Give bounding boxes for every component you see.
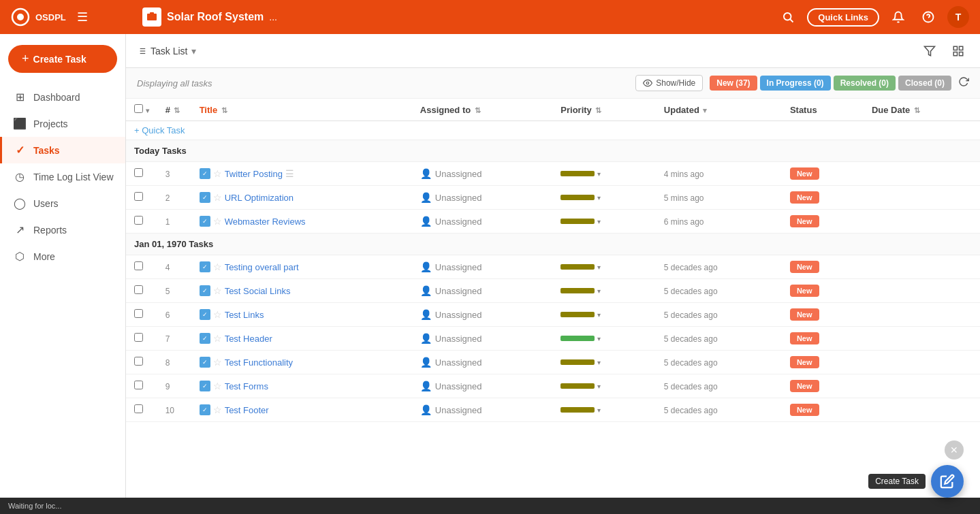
task-checkbox[interactable] <box>134 168 143 177</box>
help-icon[interactable] <box>917 6 939 28</box>
sidebar-item-timelog[interactable]: ◷ Time Log List View <box>0 163 125 190</box>
task-type-icon: ✓ <box>200 309 210 320</box>
status-bar: Waiting for loc... <box>0 498 980 514</box>
assigned-cell: 👤Unassigned <box>420 357 545 368</box>
num-sort-icon: ⇅ <box>174 106 180 114</box>
sidebar-item-dashboard[interactable]: ⊞ Dashboard <box>0 84 125 110</box>
star-icon[interactable]: ☆ <box>213 216 222 227</box>
updated-text: 5 decades ago <box>664 406 718 415</box>
task-title-link[interactable]: Test Footer <box>225 405 269 415</box>
task-title-link[interactable]: Test Forms <box>225 381 268 391</box>
star-icon[interactable]: ☆ <box>213 357 222 368</box>
task-title-link[interactable]: Test Social Links <box>225 286 291 296</box>
notification-icon[interactable] <box>887 6 909 28</box>
svg-rect-18 <box>960 52 963 55</box>
quick-task-link[interactable]: + Quick Task <box>134 125 972 135</box>
sidebar-item-projects[interactable]: ⬛ Projects <box>0 110 125 137</box>
task-title-link[interactable]: URL Optimization <box>225 193 294 203</box>
task-type-icon: ✓ <box>200 381 210 391</box>
task-checkbox[interactable] <box>134 192 143 201</box>
updated-text: 5 decades ago <box>664 310 718 320</box>
task-checkbox[interactable] <box>134 333 143 342</box>
sidebar-nav: ⊞ Dashboard ⬛ Projects ✓ Tasks ◷ Time Lo… <box>0 84 125 498</box>
quick-links-button[interactable]: Quick Links <box>807 8 879 27</box>
svg-marker-14 <box>925 46 935 56</box>
updated-text: 5 decades ago <box>664 382 718 391</box>
priority-dropdown[interactable]: ▾ <box>597 335 601 342</box>
status-tab-in-progress[interactable]: In Progress (0) <box>760 76 831 91</box>
task-checkbox[interactable] <box>134 285 143 294</box>
status-tab-resolved[interactable]: Resolved (0) <box>834 76 896 91</box>
person-icon: 👤 <box>420 309 432 320</box>
task-checkbox[interactable] <box>134 404 143 413</box>
users-icon: ◯ <box>13 197 27 210</box>
task-tbody: + Quick Task Today Tasks3 ✓ ☆ Twitter Po… <box>126 121 980 422</box>
task-checkbox[interactable] <box>134 309 143 318</box>
task-number: 7 <box>165 334 170 344</box>
task-checkbox[interactable] <box>134 381 143 389</box>
create-task-float-button[interactable] <box>931 465 964 498</box>
star-icon[interactable]: ☆ <box>213 404 222 415</box>
create-task-button[interactable]: + Create Task <box>8 45 117 73</box>
task-title-link[interactable]: Webmaster Reviews <box>225 216 306 227</box>
task-list-label[interactable]: Task List ▾ <box>137 46 196 57</box>
grid-view-icon[interactable] <box>947 40 969 62</box>
priority-dropdown[interactable]: ▾ <box>597 170 601 178</box>
star-icon[interactable]: ☆ <box>213 333 222 344</box>
search-icon[interactable] <box>777 6 799 28</box>
task-title-cell: ✓ ☆ Test Header <box>200 333 404 344</box>
task-title-link[interactable]: Testing overall part <box>225 262 299 272</box>
status-badge: New <box>790 261 819 273</box>
table-row: 7 ✓ ☆ Test Header 👤Unassigned▾5 decades … <box>126 327 980 351</box>
task-checkbox[interactable] <box>134 261 143 270</box>
star-icon[interactable]: ☆ <box>213 261 222 272</box>
status-tab-new[interactable]: New (37) <box>710 76 757 91</box>
edit-icon <box>940 474 955 489</box>
refresh-icon[interactable] <box>958 76 969 90</box>
priority-dropdown[interactable]: ▾ <box>597 359 601 366</box>
sidebar-item-reports[interactable]: ↗ Reports <box>0 216 125 243</box>
close-float-button[interactable]: ✕ <box>945 440 964 460</box>
priority-sort-icon: ⇅ <box>595 106 601 114</box>
priority-cell: ▾ <box>560 335 648 342</box>
task-title-link[interactable]: Test Links <box>225 310 264 320</box>
priority-dropdown[interactable]: ▾ <box>597 383 601 390</box>
task-checkbox[interactable] <box>134 216 143 225</box>
priority-cell: ▾ <box>560 406 648 414</box>
filter-icon[interactable] <box>919 40 941 62</box>
task-number: 6 <box>165 310 170 320</box>
hamburger-icon[interactable]: ☰ <box>77 10 88 25</box>
user-avatar[interactable]: T <box>947 6 969 28</box>
task-type-icon: ✓ <box>200 357 210 368</box>
task-type-icon: ✓ <box>200 285 210 296</box>
select-all-checkbox[interactable] <box>134 104 143 113</box>
task-title-cell: ✓ ☆ URL Optimization <box>200 192 404 203</box>
sidebar-item-tasks[interactable]: ✓ Tasks <box>0 137 125 163</box>
assigned-name: Unassigned <box>435 334 482 344</box>
show-hide-button[interactable]: Show/Hide <box>635 75 703 91</box>
sidebar-item-more[interactable]: ⬡ More <box>0 243 125 270</box>
priority-cell: ▾ <box>560 170 648 178</box>
star-icon[interactable]: ☆ <box>213 309 222 320</box>
person-icon: 👤 <box>420 261 432 272</box>
priority-dropdown[interactable]: ▾ <box>597 311 601 319</box>
sidebar-item-users[interactable]: ◯ Users <box>0 190 125 216</box>
star-icon[interactable]: ☆ <box>213 381 222 391</box>
priority-dropdown[interactable]: ▾ <box>597 406 601 414</box>
status-badge: New <box>790 380 819 392</box>
task-title-link[interactable]: Test Header <box>225 334 272 344</box>
priority-dropdown[interactable]: ▾ <box>597 194 601 202</box>
star-icon[interactable]: ☆ <box>213 168 222 179</box>
task-checkbox[interactable] <box>134 357 143 366</box>
task-number: 5 <box>165 287 170 296</box>
priority-dropdown[interactable]: ▾ <box>597 263 601 271</box>
task-title-link[interactable]: Test Functionality <box>225 357 293 368</box>
priority-dropdown[interactable]: ▾ <box>597 218 601 225</box>
task-type-icon: ✓ <box>200 216 210 227</box>
status-tab-closed[interactable]: Closed (0) <box>898 76 951 91</box>
task-table: ▾ # ⇅ Title ⇅ Assigned to ⇅ <box>126 99 980 422</box>
priority-dropdown[interactable]: ▾ <box>597 287 601 295</box>
star-icon[interactable]: ☆ <box>213 285 222 296</box>
task-title-link[interactable]: Twitter Posting <box>225 169 283 179</box>
star-icon[interactable]: ☆ <box>213 192 222 203</box>
